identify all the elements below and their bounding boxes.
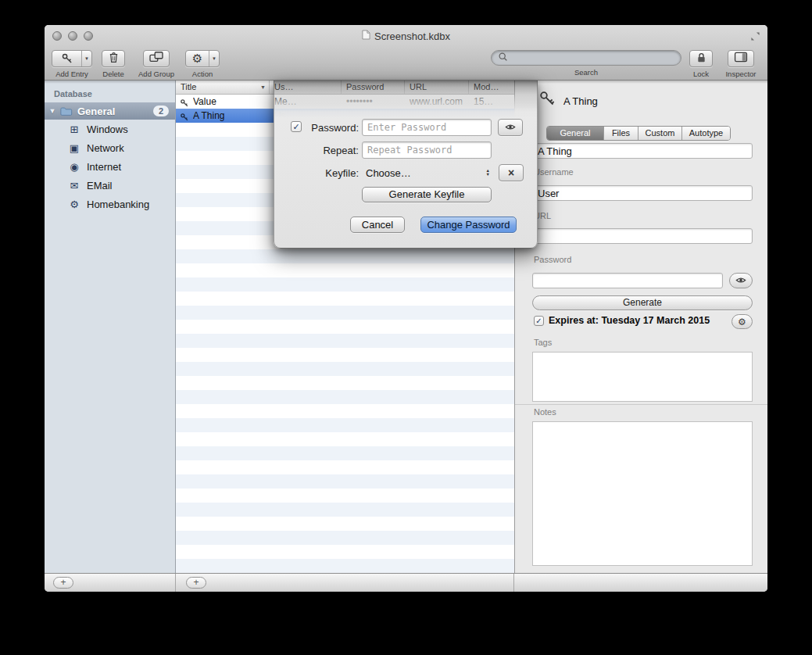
change-password-button[interactable]: Change Password — [420, 217, 517, 233]
sidebar-item-network[interactable]: ▣ Network — [45, 138, 175, 157]
sidebar-item-label: Network — [87, 142, 124, 154]
reveal-password-button[interactable] — [498, 119, 523, 136]
change-password-sheet: ✓ Password: Repeat: Keyfile: Choose… ▲▼ … — [274, 81, 538, 249]
close-icon: × — [508, 166, 514, 179]
cell-title: Value — [193, 95, 268, 109]
clear-keyfile-button[interactable]: × — [499, 164, 524, 181]
add-group-icon — [148, 51, 164, 66]
password-settings-button[interactable]: ⚙ — [732, 314, 753, 329]
keyfile-popup[interactable]: Choose… ▲▼ — [362, 163, 495, 182]
network-icon: ▣ — [68, 142, 80, 154]
generate-keyfile-button[interactable]: Generate Keyfile — [362, 187, 492, 202]
sidebar-header-database: Database — [45, 81, 175, 102]
entry-list-add-entry-button[interactable]: + — [186, 577, 206, 589]
check-icon: ✓ — [292, 122, 299, 132]
tags-textarea[interactable] — [532, 352, 753, 402]
cell-title: A Thing — [193, 109, 268, 123]
search-field[interactable] — [491, 50, 681, 66]
chevron-down-icon[interactable]: ▼ — [209, 51, 219, 66]
inspector-button[interactable] — [728, 50, 754, 67]
key-icon — [538, 89, 556, 111]
document-icon — [362, 30, 370, 42]
sidebar-item-label: EMail — [87, 180, 113, 191]
sidebar-item-label: Internet — [87, 161, 121, 173]
sheet-repeat-label: Repeat: — [302, 145, 359, 156]
add-group-label: Add Group — [133, 70, 180, 78]
eye-icon — [505, 120, 516, 134]
bottom-bar: + + — [45, 573, 767, 592]
username-input[interactable] — [532, 185, 753, 201]
windows-icon: ⊞ — [68, 123, 80, 135]
inspector-label: Inspector — [719, 70, 763, 78]
sidebar-item-homebanking[interactable]: ⚙ Homebanking — [45, 195, 175, 213]
delete-button[interactable] — [102, 50, 125, 67]
disclosure-triangle-icon[interactable]: ▼ — [45, 107, 60, 115]
password-enabled-checkbox[interactable]: ✓ — [291, 121, 302, 132]
sidebar-item-email[interactable]: ✉ EMail — [45, 176, 175, 195]
sort-descending-icon: ▼ — [260, 81, 266, 94]
homebanking-icon: ⚙ — [68, 199, 80, 210]
cancel-button[interactable]: Cancel — [350, 217, 405, 233]
action-label: Action — [184, 70, 220, 78]
screen: { "window": { "title": "Screenshot.kdbx"… — [0, 0, 812, 655]
lock-icon — [696, 52, 707, 66]
lock-button[interactable] — [689, 50, 713, 67]
sidebar-add-group-button[interactable]: + — [53, 577, 73, 589]
key-icon — [52, 51, 81, 66]
sidebar-item-windows[interactable]: ⊞ Windows — [45, 120, 175, 138]
popup-arrows-icon: ▲▼ — [486, 169, 495, 177]
reveal-password-button[interactable] — [729, 273, 753, 288]
sidebar-item-label: Homebanking — [87, 199, 149, 210]
group-label: General — [77, 106, 115, 117]
sheet-password-input[interactable] — [362, 119, 492, 136]
sheet-password-label: Password: — [302, 122, 359, 134]
trash-icon — [107, 51, 120, 67]
notes-label: Notes — [534, 407, 556, 417]
column-header-title[interactable]: ▼ Title — [176, 81, 270, 94]
sheet-repeat-input[interactable] — [362, 141, 492, 159]
window-title: Screenshot.kdbx — [374, 30, 450, 42]
notes-textarea[interactable] — [532, 421, 753, 566]
password-label: Password — [534, 255, 571, 264]
window-title-group: Screenshot.kdbx — [45, 30, 767, 42]
chevron-down-icon[interactable]: ▼ — [81, 51, 91, 66]
tab-general[interactable]: General — [547, 127, 603, 140]
inspector-panel: A Thing General Files Custom Autotype Us… — [514, 81, 767, 573]
bottom-bar-divider — [513, 574, 514, 592]
toolbar: ▼ Add Entry Delete Add Group — [45, 47, 767, 81]
eye-icon — [735, 274, 746, 288]
expires-checkbox[interactable]: ✓ — [534, 316, 544, 326]
search-label: Search — [491, 68, 681, 77]
folder-icon — [60, 106, 73, 116]
app-window: Screenshot.kdbx ▼ Add Entry — [45, 25, 767, 592]
password-input[interactable] — [532, 273, 723, 288]
internet-icon: ◉ — [68, 161, 80, 173]
titlebar[interactable]: Screenshot.kdbx — [45, 25, 767, 47]
keyfile-popup-value: Choose… — [362, 167, 486, 179]
tags-label: Tags — [534, 338, 552, 347]
lock-label: Lock — [688, 70, 714, 78]
section-divider — [515, 404, 767, 405]
sidebar-item-label: Windows — [87, 123, 128, 135]
action-button[interactable]: ⚙ ▼ — [185, 50, 220, 67]
tab-custom[interactable]: Custom — [638, 127, 681, 140]
sidebar-item-internet[interactable]: ◉ Internet — [45, 157, 175, 176]
sidebar-group-general[interactable]: ▼ General 2 — [45, 102, 175, 120]
fullscreen-button[interactable] — [750, 30, 761, 41]
tab-autotype[interactable]: Autotype — [681, 127, 730, 140]
inspector-icon — [734, 52, 748, 66]
search-input[interactable] — [511, 52, 674, 63]
expires-label: Expires at: Tuesday 17 March 2015 — [549, 315, 710, 326]
add-group-button[interactable] — [143, 50, 170, 67]
gear-icon: ⚙ — [738, 317, 746, 328]
check-icon: ✓ — [535, 317, 542, 325]
tab-files[interactable]: Files — [603, 127, 638, 140]
add-entry-button[interactable]: ▼ — [52, 50, 92, 67]
generate-password-button[interactable]: Generate — [532, 295, 753, 310]
sheet-keyfile-label: Keyfile: — [302, 167, 359, 179]
username-label: Username — [534, 167, 574, 177]
title-input[interactable] — [532, 143, 753, 159]
email-icon: ✉ — [68, 180, 80, 191]
url-input[interactable] — [532, 228, 753, 244]
bottom-bar-divider — [175, 574, 176, 592]
